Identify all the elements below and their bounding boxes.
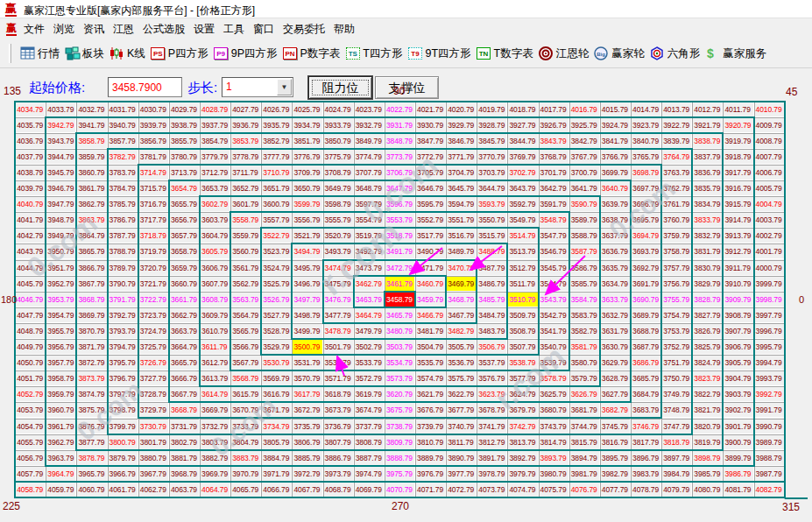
price-cell[interactable]: 3799.79 xyxy=(108,419,138,434)
price-cell[interactable]: 3889.79 xyxy=(415,450,446,466)
price-cell[interactable]: 4033.79 xyxy=(46,102,76,117)
price-cell[interactable]: 3919.79 xyxy=(723,133,753,149)
price-cell[interactable]: 3689.79 xyxy=(631,307,661,323)
price-cell[interactable]: 3529.79 xyxy=(261,339,292,355)
price-cell[interactable]: 3928.79 xyxy=(477,117,507,133)
price-cell[interactable]: 3667.79 xyxy=(169,386,200,402)
price-cell[interactable]: 3654.79 xyxy=(169,180,200,196)
price-cell[interactable]: 3894.79 xyxy=(569,450,600,466)
toolbar-item-6[interactable]: PNP数字表 xyxy=(279,46,342,61)
price-cell[interactable]: 3933.79 xyxy=(323,117,354,133)
price-cell[interactable]: 3640.79 xyxy=(600,180,631,196)
price-cell[interactable]: 3630.79 xyxy=(600,339,631,355)
price-cell[interactable]: 3940.79 xyxy=(108,117,138,133)
price-cell[interactable]: 3623.79 xyxy=(477,386,507,402)
price-cell[interactable]: 3543.79 xyxy=(539,292,569,307)
price-cell[interactable]: 3895.79 xyxy=(600,450,631,466)
price-cell[interactable]: 3555.79 xyxy=(323,212,354,228)
price-cell[interactable]: 3711.79 xyxy=(230,165,261,180)
price-cell[interactable]: 3725.79 xyxy=(138,339,169,355)
price-cell[interactable]: 3670.79 xyxy=(230,402,261,418)
price-cell[interactable]: 3886.79 xyxy=(323,450,354,466)
price-cell[interactable]: 3600.79 xyxy=(261,196,292,212)
price-cell[interactable]: 3941.79 xyxy=(76,117,107,133)
price-cell[interactable]: 3634.79 xyxy=(600,276,631,292)
price-cell[interactable]: 3512.79 xyxy=(507,260,538,276)
price-cell[interactable]: 4072.79 xyxy=(446,482,477,497)
price-cell[interactable]: 3968.79 xyxy=(169,466,200,482)
toolbar-item-12[interactable]: 六角形 xyxy=(647,46,703,61)
price-cell[interactable]: 3683.79 xyxy=(631,402,661,418)
price-cell[interactable]: 3914.79 xyxy=(723,212,753,228)
price-cell[interactable]: 4014.79 xyxy=(631,102,661,117)
price-cell[interactable]: 3952.79 xyxy=(46,276,76,292)
price-cell[interactable]: 3845.79 xyxy=(477,133,507,149)
price-cell[interactable]: 4063.79 xyxy=(169,482,200,497)
price-cell[interactable]: 3929.79 xyxy=(446,117,477,133)
menu-item-8[interactable]: 窗口 xyxy=(249,22,279,37)
price-cell[interactable]: 3625.79 xyxy=(539,386,569,402)
price-cell[interactable]: 3731.79 xyxy=(169,419,200,434)
price-cell[interactable]: 4065.79 xyxy=(230,482,261,497)
price-cell[interactable]: 3523.79 xyxy=(261,243,292,259)
price-cell[interactable]: 3613.79 xyxy=(200,370,230,386)
toolbar-item-4[interactable]: PSP四方形 xyxy=(148,46,211,61)
price-cell[interactable]: 4062.79 xyxy=(138,482,169,497)
price-cell[interactable]: 3676.79 xyxy=(415,402,446,418)
price-cell[interactable]: 3666.79 xyxy=(169,370,200,386)
price-cell[interactable]: 3764.79 xyxy=(661,149,692,165)
price-cell[interactable]: 3744.79 xyxy=(569,419,600,434)
price-cell[interactable]: 3963.79 xyxy=(46,450,76,466)
price-cell[interactable]: 3464.79 xyxy=(354,307,385,323)
price-cell[interactable]: 3887.79 xyxy=(354,450,385,466)
price-cell[interactable]: 3487.79 xyxy=(477,260,507,276)
price-cell[interactable]: 3809.79 xyxy=(385,434,415,450)
toolbar-item-11[interactable]: Big赢家轮 xyxy=(591,46,647,61)
price-cell[interactable]: 3871.79 xyxy=(76,339,107,355)
price-cell[interactable]: 3517.79 xyxy=(415,228,446,243)
price-cell[interactable]: 3611.79 xyxy=(200,339,230,355)
price-cell[interactable]: 3495.79 xyxy=(292,260,322,276)
price-cell[interactable]: 3783.79 xyxy=(108,165,138,180)
price-cell[interactable]: 3620.79 xyxy=(385,386,415,402)
price-cell[interactable]: 3891.79 xyxy=(477,450,507,466)
price-cell[interactable]: 3547.79 xyxy=(539,228,569,243)
price-cell[interactable]: 3997.79 xyxy=(754,307,785,323)
price-cell[interactable]: 3502.79 xyxy=(354,339,385,355)
price-cell[interactable]: 3792.79 xyxy=(108,307,138,323)
price-cell[interactable]: 3892.79 xyxy=(507,450,538,466)
price-cell[interactable]: 3712.79 xyxy=(200,165,230,180)
price-cell[interactable]: 3521.79 xyxy=(292,228,322,243)
price-cell[interactable]: 4041.79 xyxy=(15,212,46,228)
price-cell[interactable]: 3966.79 xyxy=(108,466,138,482)
price-cell[interactable]: 3618.79 xyxy=(323,386,354,402)
price-cell[interactable]: 3595.79 xyxy=(415,196,446,212)
price-cell[interactable]: 3796.79 xyxy=(108,370,138,386)
price-cell[interactable]: 3906.79 xyxy=(723,339,753,355)
price-cell[interactable]: 3994.79 xyxy=(754,355,785,370)
price-cell[interactable]: 3860.79 xyxy=(76,165,107,180)
price-cell[interactable]: 3519.79 xyxy=(354,228,385,243)
price-cell[interactable]: 3589.79 xyxy=(569,212,600,228)
price-cell[interactable]: 3559.79 xyxy=(230,228,261,243)
price-cell[interactable]: 3832.79 xyxy=(692,228,723,243)
price-cell[interactable]: 3629.79 xyxy=(600,355,631,370)
price-cell[interactable]: 4049.79 xyxy=(15,339,46,355)
price-cell[interactable]: 3900.79 xyxy=(723,434,753,450)
price-cell[interactable]: 3761.79 xyxy=(661,196,692,212)
price-cell[interactable]: 3459.79 xyxy=(415,292,446,307)
price-cell[interactable]: 3687.79 xyxy=(631,339,661,355)
price-cell[interactable]: 3915.79 xyxy=(723,196,753,212)
price-cell[interactable]: 3599.79 xyxy=(292,196,322,212)
price-cell[interactable]: 3518.79 xyxy=(385,228,415,243)
price-cell[interactable]: 4077.79 xyxy=(600,482,631,497)
price-cell[interactable]: 3713.79 xyxy=(169,165,200,180)
price-cell[interactable]: 3924.79 xyxy=(600,117,631,133)
price-cell[interactable]: 3754.79 xyxy=(661,307,692,323)
price-cell[interactable]: 3509.79 xyxy=(507,307,538,323)
price-cell[interactable]: 3987.79 xyxy=(754,466,785,482)
price-cell[interactable]: 3702.79 xyxy=(507,165,538,180)
price-cell[interactable]: 3855.79 xyxy=(169,133,200,149)
price-cell[interactable]: 3879.79 xyxy=(108,450,138,466)
price-cell[interactable]: 3959.79 xyxy=(46,386,76,402)
